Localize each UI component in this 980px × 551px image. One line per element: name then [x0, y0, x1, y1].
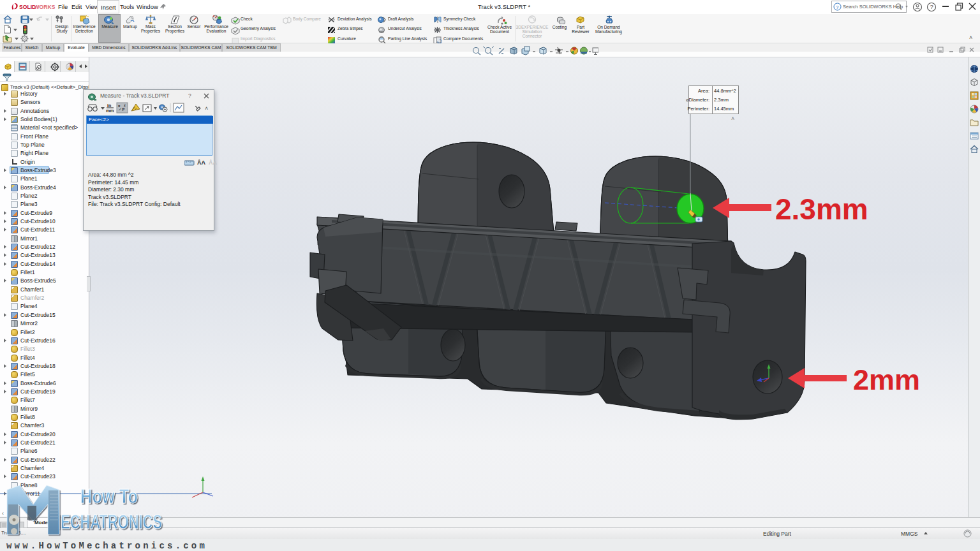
- svg-text:2mm: 2mm: [853, 364, 920, 396]
- svg-text:in: in: [107, 103, 111, 108]
- svg-text:z: z: [124, 103, 126, 107]
- svg-text:mm: mm: [106, 108, 114, 113]
- svg-text:2.3mm: 2.3mm: [775, 193, 868, 226]
